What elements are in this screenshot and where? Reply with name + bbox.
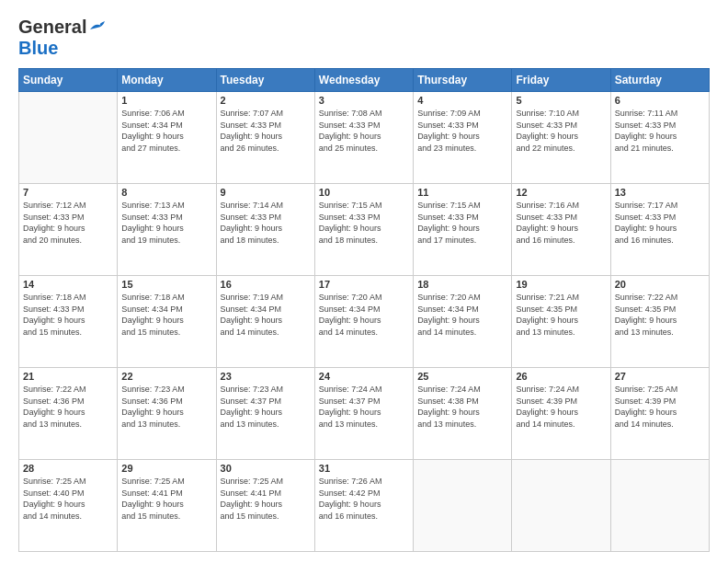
- day-info: Sunrise: 7:18 AMSunset: 4:33 PMDaylight:…: [23, 292, 113, 338]
- calendar-cell: 14Sunrise: 7:18 AMSunset: 4:33 PMDayligh…: [19, 276, 118, 368]
- calendar-cell: 4Sunrise: 7:09 AMSunset: 4:33 PMDaylight…: [414, 92, 512, 184]
- day-info: Sunrise: 7:18 AMSunset: 4:34 PMDaylight:…: [121, 292, 211, 338]
- calendar-header-thursday: Thursday: [414, 69, 512, 92]
- calendar-cell: 22Sunrise: 7:23 AMSunset: 4:36 PMDayligh…: [118, 368, 216, 460]
- calendar-week-row: 14Sunrise: 7:18 AMSunset: 4:33 PMDayligh…: [19, 276, 710, 368]
- calendar-cell: 15Sunrise: 7:18 AMSunset: 4:34 PMDayligh…: [118, 276, 216, 368]
- calendar-cell: 18Sunrise: 7:20 AMSunset: 4:34 PMDayligh…: [414, 276, 512, 368]
- calendar-cell: 11Sunrise: 7:15 AMSunset: 4:33 PMDayligh…: [414, 184, 512, 276]
- calendar-cell: 27Sunrise: 7:25 AMSunset: 4:39 PMDayligh…: [610, 368, 709, 460]
- day-number: 28: [23, 463, 113, 474]
- calendar-header-saturday: Saturday: [610, 69, 709, 92]
- calendar-week-row: 21Sunrise: 7:22 AMSunset: 4:36 PMDayligh…: [19, 368, 710, 460]
- calendar-week-row: 1Sunrise: 7:06 AMSunset: 4:34 PMDaylight…: [19, 92, 710, 184]
- calendar-cell: 10Sunrise: 7:15 AMSunset: 4:33 PMDayligh…: [314, 184, 413, 276]
- day-info: Sunrise: 7:25 AMSunset: 4:40 PMDaylight:…: [23, 476, 113, 522]
- day-info: Sunrise: 7:25 AMSunset: 4:41 PMDaylight:…: [121, 476, 211, 522]
- day-number: 21: [23, 371, 113, 382]
- day-number: 1: [121, 95, 211, 106]
- day-info: Sunrise: 7:14 AMSunset: 4:33 PMDaylight:…: [221, 200, 311, 246]
- calendar-cell: 3Sunrise: 7:08 AMSunset: 4:33 PMDaylight…: [314, 92, 413, 184]
- calendar-cell: 6Sunrise: 7:11 AMSunset: 4:33 PMDaylight…: [610, 92, 709, 184]
- day-number: 12: [516, 187, 606, 198]
- calendar-cell: 26Sunrise: 7:24 AMSunset: 4:39 PMDayligh…: [512, 368, 610, 460]
- calendar-cell: 31Sunrise: 7:26 AMSunset: 4:42 PMDayligh…: [314, 460, 413, 552]
- calendar-cell: 7Sunrise: 7:12 AMSunset: 4:33 PMDaylight…: [19, 184, 118, 276]
- day-number: 11: [417, 187, 507, 198]
- calendar-cell: 16Sunrise: 7:19 AMSunset: 4:34 PMDayligh…: [216, 276, 314, 368]
- day-number: 6: [615, 95, 705, 106]
- calendar-cell: 19Sunrise: 7:21 AMSunset: 4:35 PMDayligh…: [512, 276, 610, 368]
- day-info: Sunrise: 7:15 AMSunset: 4:33 PMDaylight:…: [417, 200, 507, 246]
- day-info: Sunrise: 7:23 AMSunset: 4:36 PMDaylight:…: [121, 384, 211, 430]
- calendar-cell: [414, 460, 512, 552]
- day-number: 18: [417, 279, 507, 290]
- calendar-cell: 1Sunrise: 7:06 AMSunset: 4:34 PMDaylight…: [118, 92, 216, 184]
- day-info: Sunrise: 7:08 AMSunset: 4:33 PMDaylight:…: [319, 108, 409, 154]
- calendar-week-row: 7Sunrise: 7:12 AMSunset: 4:33 PMDaylight…: [19, 184, 710, 276]
- calendar-header-monday: Monday: [118, 69, 216, 92]
- day-info: Sunrise: 7:24 AMSunset: 4:38 PMDaylight:…: [417, 384, 507, 430]
- calendar-cell: 29Sunrise: 7:25 AMSunset: 4:41 PMDayligh…: [118, 460, 216, 552]
- logo-bird-icon: [88, 20, 108, 35]
- calendar-cell: 30Sunrise: 7:25 AMSunset: 4:41 PMDayligh…: [216, 460, 314, 552]
- day-number: 9: [221, 187, 311, 198]
- calendar-header-row: SundayMondayTuesdayWednesdayThursdayFrid…: [19, 69, 710, 92]
- day-number: 8: [121, 187, 211, 198]
- day-number: 3: [319, 95, 409, 106]
- day-info: Sunrise: 7:12 AMSunset: 4:33 PMDaylight:…: [23, 200, 113, 246]
- logo-general: General: [18, 17, 86, 38]
- day-number: 27: [615, 371, 705, 382]
- day-number: 15: [121, 279, 211, 290]
- day-info: Sunrise: 7:16 AMSunset: 4:33 PMDaylight:…: [516, 200, 606, 246]
- calendar-cell: 12Sunrise: 7:16 AMSunset: 4:33 PMDayligh…: [512, 184, 610, 276]
- day-info: Sunrise: 7:20 AMSunset: 4:34 PMDaylight:…: [319, 292, 409, 338]
- calendar-cell: [19, 92, 118, 184]
- calendar-cell: 9Sunrise: 7:14 AMSunset: 4:33 PMDaylight…: [216, 184, 314, 276]
- header: General Blue: [18, 17, 710, 59]
- calendar-header-wednesday: Wednesday: [314, 69, 413, 92]
- calendar-cell: [512, 460, 610, 552]
- day-number: 13: [615, 187, 705, 198]
- day-info: Sunrise: 7:23 AMSunset: 4:37 PMDaylight:…: [221, 384, 311, 430]
- day-number: 23: [221, 371, 311, 382]
- day-info: Sunrise: 7:22 AMSunset: 4:35 PMDaylight:…: [615, 292, 705, 338]
- day-number: 22: [121, 371, 211, 382]
- calendar-cell: 24Sunrise: 7:24 AMSunset: 4:37 PMDayligh…: [314, 368, 413, 460]
- day-info: Sunrise: 7:13 AMSunset: 4:33 PMDaylight:…: [121, 200, 211, 246]
- day-info: Sunrise: 7:10 AMSunset: 4:33 PMDaylight:…: [516, 108, 606, 154]
- day-info: Sunrise: 7:19 AMSunset: 4:34 PMDaylight:…: [221, 292, 311, 338]
- calendar-cell: 21Sunrise: 7:22 AMSunset: 4:36 PMDayligh…: [19, 368, 118, 460]
- day-info: Sunrise: 7:11 AMSunset: 4:33 PMDaylight:…: [615, 108, 705, 154]
- day-number: 31: [319, 463, 409, 474]
- calendar-cell: 2Sunrise: 7:07 AMSunset: 4:33 PMDaylight…: [216, 92, 314, 184]
- day-number: 7: [23, 187, 113, 198]
- day-number: 10: [319, 187, 409, 198]
- calendar-header-friday: Friday: [512, 69, 610, 92]
- logo: General Blue: [18, 17, 108, 59]
- day-info: Sunrise: 7:24 AMSunset: 4:37 PMDaylight:…: [319, 384, 409, 430]
- day-info: Sunrise: 7:24 AMSunset: 4:39 PMDaylight:…: [516, 384, 606, 430]
- day-info: Sunrise: 7:26 AMSunset: 4:42 PMDaylight:…: [319, 476, 409, 522]
- day-info: Sunrise: 7:09 AMSunset: 4:33 PMDaylight:…: [417, 108, 507, 154]
- day-info: Sunrise: 7:17 AMSunset: 4:33 PMDaylight:…: [615, 200, 705, 246]
- day-number: 14: [23, 279, 113, 290]
- calendar-cell: 20Sunrise: 7:22 AMSunset: 4:35 PMDayligh…: [610, 276, 709, 368]
- day-number: 30: [221, 463, 311, 474]
- calendar-cell: 5Sunrise: 7:10 AMSunset: 4:33 PMDaylight…: [512, 92, 610, 184]
- calendar-cell: 25Sunrise: 7:24 AMSunset: 4:38 PMDayligh…: [414, 368, 512, 460]
- calendar: SundayMondayTuesdayWednesdayThursdayFrid…: [18, 68, 710, 552]
- day-number: 4: [417, 95, 507, 106]
- calendar-cell: 13Sunrise: 7:17 AMSunset: 4:33 PMDayligh…: [610, 184, 709, 276]
- day-info: Sunrise: 7:25 AMSunset: 4:41 PMDaylight:…: [221, 476, 311, 522]
- day-number: 17: [319, 279, 409, 290]
- calendar-cell: [610, 460, 709, 552]
- day-number: 26: [516, 371, 606, 382]
- day-number: 24: [319, 371, 409, 382]
- day-number: 20: [615, 279, 705, 290]
- page: General Blue SundayMondayTuesdayWednesda…: [0, 0, 728, 563]
- day-info: Sunrise: 7:22 AMSunset: 4:36 PMDaylight:…: [23, 384, 113, 430]
- calendar-header-tuesday: Tuesday: [216, 69, 314, 92]
- day-info: Sunrise: 7:15 AMSunset: 4:33 PMDaylight:…: [319, 200, 409, 246]
- calendar-cell: 17Sunrise: 7:20 AMSunset: 4:34 PMDayligh…: [314, 276, 413, 368]
